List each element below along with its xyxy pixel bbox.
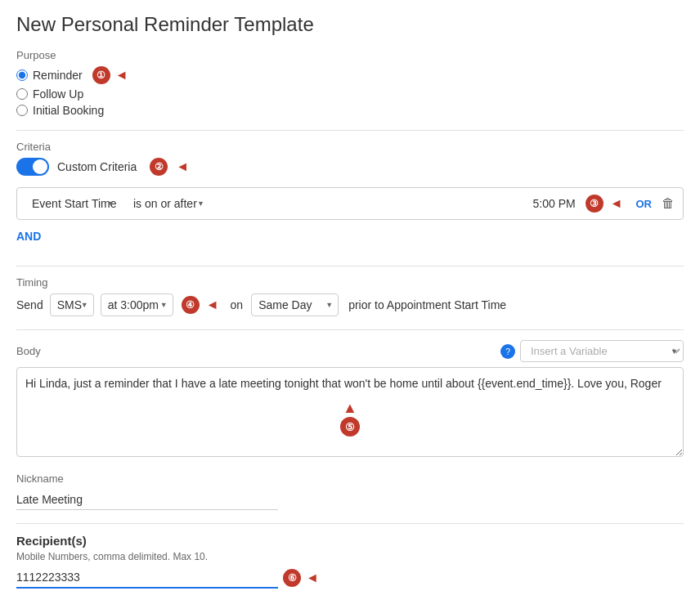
nickname-section: Nickname xyxy=(16,472,684,510)
page-title: New Personal Reminder Template xyxy=(16,13,684,36)
send-label: Send xyxy=(16,298,43,311)
annotation-six: ⑥ xyxy=(283,569,301,587)
radio-initial-input[interactable] xyxy=(16,105,28,116)
radio-followup-input[interactable] xyxy=(16,88,28,100)
arrow-annotation-three: ◄ xyxy=(610,196,623,211)
criteria-field-select[interactable]: Event Start Time Event End Time Created … xyxy=(25,193,120,214)
radio-reminder-label: Reminder xyxy=(33,69,83,82)
prior-text: prior to Appointment Start Time xyxy=(348,298,506,311)
delete-criteria-icon[interactable]: 🗑 xyxy=(662,196,675,211)
criteria-value-input[interactable] xyxy=(217,197,576,210)
custom-criteria-toggle[interactable] xyxy=(16,158,49,176)
criteria-field-wrapper: Event Start Time Event End Time Created … xyxy=(25,193,120,214)
phone-row: ⑥ ◄ xyxy=(16,567,684,589)
arrow-annotation-four: ◄ xyxy=(206,298,219,312)
purpose-section: Purpose Reminder ① ◄ Follow Up Initial B… xyxy=(16,49,684,117)
send-time-wrapper: at 3:00pm at 9:00am at 12:00pm xyxy=(101,293,173,316)
body-textarea[interactable]: Hi Linda, just a reminder that I have a … xyxy=(16,367,684,457)
purpose-label: Purpose xyxy=(16,49,684,61)
send-day-select[interactable]: Same Day 1 Day Before 2 Days Before xyxy=(251,293,339,316)
custom-criteria-label: Custom Criteria xyxy=(57,160,137,173)
body-section: Body ? Insert a Variable {{event.end_tim… xyxy=(16,340,684,459)
body-textarea-wrapper: Hi Linda, just a reminder that I have a … xyxy=(16,367,684,459)
nickname-input[interactable] xyxy=(16,490,278,510)
divider-2 xyxy=(16,266,684,266)
send-day-wrapper: Same Day 1 Day Before 2 Days Before xyxy=(251,293,339,316)
annotation-three: ③ xyxy=(586,195,604,213)
and-button[interactable]: AND xyxy=(16,226,41,246)
arrow-annotation-one: ◄ xyxy=(115,68,128,83)
radio-followup-label: Follow Up xyxy=(33,87,83,101)
nickname-label: Nickname xyxy=(16,472,684,485)
timing-row: Send SMS Email Push at 3:00pm at 9:00am … xyxy=(16,293,684,316)
toggle-slider xyxy=(16,158,49,176)
variable-row: ? Insert a Variable {{event.end_time}} {… xyxy=(500,340,684,362)
body-header: Body ? Insert a Variable {{event.end_tim… xyxy=(16,340,684,362)
variable-select[interactable]: Insert a Variable {{event.end_time}} {{c… xyxy=(520,340,684,362)
body-label: Body xyxy=(16,345,41,357)
criteria-section: Criteria Custom Criteria ② ◄ Event Start… xyxy=(16,141,684,256)
send-time-select[interactable]: at 3:00pm at 9:00am at 12:00pm xyxy=(101,293,173,316)
criteria-operator-select[interactable]: is on or after is on or before is exactl… xyxy=(127,193,210,214)
radio-initial-label: Initial Booking xyxy=(33,104,104,117)
timing-label: Timing xyxy=(16,276,684,289)
annotation-two: ② xyxy=(150,158,168,176)
divider-3 xyxy=(16,329,684,330)
criteria-label: Criteria xyxy=(16,141,684,153)
radio-followup[interactable]: Follow Up xyxy=(16,87,684,101)
arrow-annotation-six: ◄ xyxy=(306,571,319,585)
on-label: on xyxy=(231,298,244,311)
or-label: OR xyxy=(636,198,653,210)
radio-reminder[interactable]: Reminder ① ◄ xyxy=(16,66,684,84)
send-method-select[interactable]: SMS Email Push xyxy=(50,293,94,316)
send-method-wrapper: SMS Email Push xyxy=(50,293,94,316)
arrow-annotation-two: ◄ xyxy=(176,159,189,174)
phone-input[interactable] xyxy=(16,567,278,589)
divider-1 xyxy=(16,130,684,131)
recipients-label: Recipient(s) xyxy=(16,534,684,548)
variable-select-wrapper: Insert a Variable {{event.end_time}} {{c… xyxy=(520,340,684,362)
timing-section: Timing Send SMS Email Push at 3:00pm at … xyxy=(16,276,684,316)
criteria-row: Event Start Time Event End Time Created … xyxy=(16,187,684,220)
help-icon[interactable]: ? xyxy=(500,344,515,359)
annotation-one: ① xyxy=(92,66,110,84)
radio-initial[interactable]: Initial Booking xyxy=(16,104,684,117)
criteria-toggle-row: Custom Criteria ② ◄ xyxy=(16,158,684,176)
criteria-operator-wrapper: is on or after is on or before is exactl… xyxy=(127,193,210,214)
radio-reminder-input[interactable] xyxy=(16,69,28,81)
recipients-section: Recipient(s) Mobile Numbers, comma delim… xyxy=(16,534,684,589)
divider-4 xyxy=(16,523,684,524)
annotation-four: ④ xyxy=(182,296,200,314)
recipients-sub-label: Mobile Numbers, comma delimited. Max 10. xyxy=(16,551,684,562)
